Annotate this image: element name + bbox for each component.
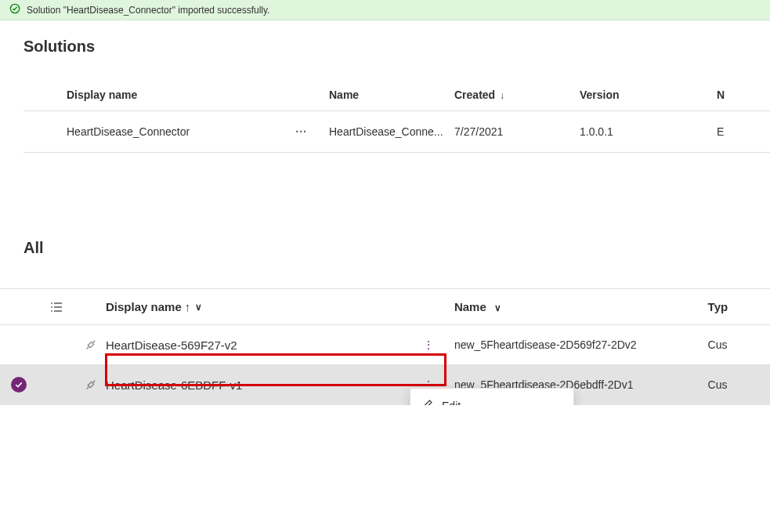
- all-col-type[interactable]: Typ: [708, 300, 770, 313]
- solutions-table: Display name Name Created ↓ Version N He…: [23, 79, 770, 153]
- component-row[interactable]: HeartDisease-569F27-v2 ⋮ new_5Fheartdise…: [0, 325, 770, 364]
- all-col-display-name[interactable]: Display name ↑ ∨: [106, 300, 417, 313]
- component-type: Cus: [708, 338, 770, 351]
- component-name: new_5Fheartdisease-2D569f27-2Dv2: [440, 338, 708, 351]
- solutions-heading: Solutions: [23, 38, 770, 56]
- all-col-name[interactable]: Name ∨: [440, 300, 708, 313]
- chevron-down-icon[interactable]: ∨: [195, 302, 202, 313]
- col-created[interactable]: Created ↓: [454, 79, 580, 111]
- success-icon: [9, 3, 20, 16]
- sort-descending-icon: ↓: [500, 90, 504, 101]
- solution-created: 7/27/2021: [454, 111, 580, 153]
- solution-name: HeartDisease_Conne...: [329, 111, 454, 153]
- all-table-header: Display name ↑ ∨ Name ∨ Typ: [0, 289, 770, 325]
- solution-version: 1.0.0.1: [580, 111, 717, 153]
- col-extra[interactable]: N: [717, 79, 770, 111]
- sort-ascending-icon: ↑: [185, 300, 191, 313]
- component-row-selected[interactable]: HeartDisease-6EBDFF-v1 ⋮ new_5Fheartdise…: [0, 364, 770, 405]
- success-banner: Solution "HeartDisease_Connector" import…: [0, 0, 770, 20]
- chevron-down-icon[interactable]: ∨: [494, 302, 501, 313]
- solution-display-name: HeartDisease_Connector: [67, 125, 190, 138]
- connector-icon: [76, 378, 106, 392]
- col-name[interactable]: Name: [329, 79, 454, 111]
- menu-edit[interactable]: Edit: [410, 389, 573, 405]
- context-menu: Edit See solution layers Remove 〉: [410, 388, 574, 405]
- component-type: Cus: [708, 378, 770, 391]
- all-heading: All: [23, 239, 770, 257]
- col-display-name[interactable]: Display name: [23, 79, 329, 111]
- component-display-name: HeartDisease-6EBDFF-v1: [106, 378, 417, 392]
- edit-icon: [421, 398, 434, 405]
- row-menu-button[interactable]: ⋮: [417, 338, 440, 351]
- ordinal-icon[interactable]: [38, 301, 77, 313]
- solution-row[interactable]: HeartDisease_Connector ··· HeartDisease_…: [23, 111, 770, 153]
- all-table: Display name ↑ ∨ Name ∨ Typ HeartDisease…: [0, 288, 770, 405]
- component-display-name: HeartDisease-569F27-v2: [106, 338, 417, 352]
- col-version[interactable]: Version: [580, 79, 717, 111]
- row-more-icon[interactable]: ···: [295, 125, 323, 138]
- connector-icon: [76, 338, 106, 352]
- solution-extra: E: [717, 111, 770, 153]
- banner-text: Solution "HeartDisease_Connector" import…: [27, 5, 269, 16]
- selected-check-icon[interactable]: [11, 377, 27, 393]
